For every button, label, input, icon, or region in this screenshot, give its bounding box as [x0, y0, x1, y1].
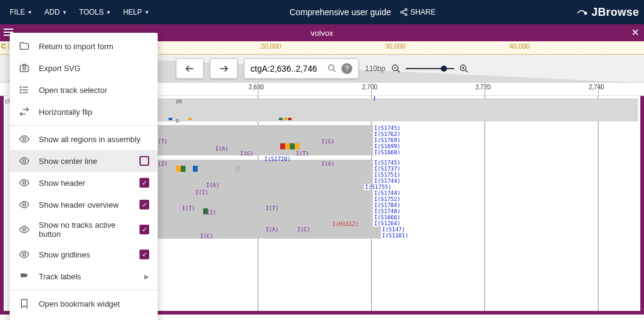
menu-item-export-svg[interactable]: Export SVG	[10, 57, 158, 79]
menu-bar: FILE▼ ADD▼ TOOLS▼ HELP▼	[5, 4, 154, 20]
zoom-slider[interactable]	[406, 68, 454, 69]
jbrowse-icon	[575, 6, 588, 18]
alignment-read[interactable]	[158, 233, 381, 239]
insertion-label: I(A)	[321, 161, 335, 167]
center-marker	[374, 96, 375, 101]
help-icon[interactable]: ?	[341, 63, 352, 74]
insertion-label: I(A)	[206, 182, 220, 188]
alignment-read[interactable]	[158, 149, 373, 155]
softclip-label: I(S1752)	[374, 196, 400, 202]
top-bar: FILE▼ ADD▼ TOOLS▼ HELP▼ Comprehensive us…	[0, 0, 644, 24]
svg-point-27	[20, 89, 21, 90]
session-title-area: Comprehensive user guide SHARE	[154, 5, 575, 19]
menu-add[interactable]: ADD▼	[39, 4, 72, 20]
eye-icon	[18, 248, 30, 260]
softclip-label: I(S1744)	[374, 178, 400, 184]
menu-divider	[10, 290, 158, 290]
softclip-label: I(S1745)	[374, 125, 400, 131]
softclip-label: I(S1666)	[374, 214, 400, 220]
brand-logo: JBrowse	[575, 6, 639, 19]
softclip-label: I(S1745)	[374, 160, 400, 166]
menu-help[interactable]: HELP▼	[118, 4, 154, 20]
menu-item-label: Horizontally flip	[39, 107, 149, 117]
alignment-read[interactable]	[158, 143, 373, 149]
location-text[interactable]: ctgA:2,636..2,746	[250, 64, 323, 73]
menu-item-show-no-tracks-active-button[interactable]: Show no tracks active button✓	[10, 216, 158, 243]
caret-down-icon: ▼	[144, 10, 149, 15]
scale-tick: 2,680	[249, 84, 264, 90]
scale-tick: 2,700	[362, 84, 377, 90]
caret-down-icon: ▼	[62, 10, 67, 15]
menu-item-show-header[interactable]: Show header✓	[10, 172, 158, 194]
location-box[interactable]: ctgA:2,636..2,746 ?	[244, 58, 359, 79]
menu-item-return-to-import-form[interactable]: Return to import form	[10, 35, 158, 57]
nav-forward-button[interactable]	[210, 58, 238, 79]
menu-item-show-center-line[interactable]: Show center line	[10, 150, 158, 172]
checkbox[interactable]: ✓	[139, 178, 149, 188]
zoom-in-icon[interactable]	[459, 64, 469, 73]
insertion-label: I(T)	[182, 205, 195, 211]
zoom-out-icon[interactable]	[391, 64, 401, 73]
alignment-read[interactable]	[158, 190, 373, 196]
alignment-read[interactable]	[158, 137, 373, 143]
view-dropdown-menu: Return to import formExport SVGOpen trac…	[10, 33, 158, 320]
menu-item-label: Track labels	[39, 272, 136, 281]
arrow-right-icon	[218, 63, 229, 74]
nav-back-button[interactable]	[176, 58, 204, 79]
checkbox[interactable]: ✓	[139, 200, 149, 209]
alignment-read[interactable]	[158, 196, 373, 202]
checkbox[interactable]: ✓	[139, 225, 149, 234]
softclip-label: I(S1744)	[374, 190, 400, 196]
menu-item-open-track-selector[interactable]: Open track selector	[10, 79, 158, 101]
insertion-label: I(C)	[200, 233, 213, 239]
svg-line-4	[403, 13, 405, 14]
insertion-label: I(S1720)	[264, 156, 290, 162]
chrom-label: C	[1, 43, 9, 50]
menu-item-horizontally-flip[interactable]: Horizontally flip	[10, 101, 158, 123]
alignment-read[interactable]	[158, 178, 373, 184]
zoom-controls	[391, 64, 469, 73]
scale-tick: 2,740	[589, 84, 604, 90]
alignment-read[interactable]	[158, 166, 373, 172]
menu-item-label: Show center line	[39, 157, 131, 166]
alignment-read[interactable]	[158, 125, 373, 131]
snp-marker	[235, 166, 240, 172]
insertion-label: I(H1612)	[332, 221, 358, 227]
menu-item-label: Export SVG	[39, 64, 149, 73]
close-view-icon[interactable]: ✕	[631, 27, 639, 38]
alignment-read[interactable]	[158, 172, 373, 178]
checkbox[interactable]: ✓	[139, 250, 149, 259]
coverage-min: 0	[176, 118, 179, 124]
svg-line-15	[397, 70, 400, 72]
menu-item-show-gridlines[interactable]: Show gridlines✓	[10, 243, 158, 265]
svg-point-35	[23, 228, 26, 231]
eye-icon	[18, 223, 30, 236]
alignment-read[interactable]	[158, 214, 373, 220]
alignment-read[interactable]	[158, 131, 373, 137]
menu-item-label: Show header overview	[39, 200, 131, 209]
menu-file[interactable]: FILE▼	[5, 4, 37, 20]
menu-item-show-all-regions-in-assembly[interactable]: Show all regions in assembly	[10, 128, 158, 150]
menu-item-open-bookmark-widget[interactable]: Open bookmark widget	[10, 293, 158, 315]
share-button[interactable]: SHARE	[395, 5, 440, 19]
svg-line-3	[403, 10, 405, 12]
svg-point-12	[329, 65, 334, 70]
softclip-label: I(S1769)	[374, 137, 400, 143]
softclip-label: I(S1101)	[382, 233, 408, 239]
menu-item-track-labels[interactable]: Track labels▶	[10, 265, 158, 287]
alignment-read[interactable]	[158, 184, 364, 190]
search-icon[interactable]	[327, 64, 337, 73]
insertion-label: I(A)	[215, 146, 229, 152]
menu-item-bookmark-current-region[interactable]: Bookmark current region	[10, 315, 158, 320]
menu-tools[interactable]: TOOLS▼	[75, 4, 116, 20]
menu-item-show-header-overview[interactable]: Show header overview✓	[10, 194, 158, 216]
softclip-label: I(S1699)	[374, 143, 400, 149]
svg-point-0	[405, 9, 408, 10]
svg-point-5	[585, 12, 586, 14]
checkbox[interactable]	[139, 156, 149, 166]
arrow-left-icon	[184, 63, 195, 74]
softclip-label: I(S1737)	[374, 166, 400, 172]
svg-rect-21	[20, 66, 29, 72]
coverage-max: 20	[176, 98, 182, 104]
insertion-label: I(G)	[321, 138, 335, 145]
